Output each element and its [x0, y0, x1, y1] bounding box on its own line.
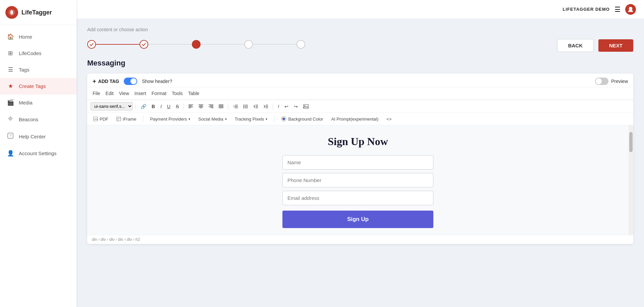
add-tag-button[interactable]: + ADD TAG — [93, 78, 119, 85]
sidebar-item-home[interactable]: 🏠 Home — [0, 29, 76, 45]
toolbar-image[interactable] — [301, 102, 311, 111]
menu-format[interactable]: Format — [150, 89, 168, 97]
step-5 — [297, 40, 305, 49]
toolbar-unordered-list[interactable] — [241, 103, 250, 110]
toolbar-align-left[interactable] — [186, 103, 195, 110]
account-settings-icon: 👤 — [7, 150, 14, 157]
toolbar-italic[interactable]: I — [158, 102, 164, 111]
scrollbar-thumb — [629, 132, 633, 152]
divider-5 — [143, 116, 143, 122]
email-field[interactable] — [282, 191, 433, 205]
topbar-menu-icon[interactable]: ☰ — [614, 5, 621, 13]
phone-field[interactable] — [282, 173, 433, 187]
sidebar-item-beacons[interactable]: Beacons — [0, 111, 76, 128]
topbar-title: LIFETAGGER DEMO — [563, 7, 610, 12]
menu-edit[interactable]: Edit — [104, 89, 116, 97]
menu-view[interactable]: View — [117, 89, 131, 97]
preview-toggle[interactable] — [595, 78, 608, 85]
sidebar-item-help-center-label: Help Center — [19, 134, 46, 139]
step-4 — [244, 40, 253, 49]
toolbar-indent[interactable] — [261, 103, 270, 110]
menu-file[interactable]: File — [91, 89, 102, 97]
sidebar-item-lifecodes-label: LifeCodes — [19, 50, 42, 56]
toolbar2-payment-providers[interactable]: Payment Providers ▾ — [147, 115, 193, 123]
tags-icon: ☰ — [7, 66, 14, 73]
editor-content-wrapper: Sign Up Now Sign Up — [87, 125, 633, 235]
show-header-toggle[interactable] — [124, 78, 137, 85]
svg-point-47 — [284, 118, 285, 119]
svg-point-2 — [10, 118, 11, 119]
sidebar-item-account-settings[interactable]: 👤 Account Settings — [0, 145, 76, 162]
font-select[interactable]: ui-sans-serif,s... — [91, 102, 133, 111]
add-tag-label: ADD TAG — [98, 79, 119, 84]
sign-up-button[interactable]: Sign Up — [282, 211, 433, 228]
toolbar-strikethrough[interactable]: S — [174, 102, 181, 111]
divider-1 — [136, 103, 136, 110]
main-area: LIFETAGGER DEMO ☰ Add content or choose … — [76, 0, 644, 307]
content-area: Add content or choose action — [76, 19, 644, 307]
sidebar: LifeTagger 🏠 Home ⊞ LifeCodes ☰ Tags ★ C… — [0, 0, 76, 307]
preview-toggle-knob — [596, 78, 602, 84]
toolbar2-ai-prompt[interactable]: AI Prompt(experimental) — [328, 115, 381, 123]
menu-table[interactable]: Table — [186, 89, 201, 97]
toolbar-bold[interactable]: B — [150, 102, 157, 111]
editor-scrollbar[interactable] — [629, 125, 633, 235]
step-circle-3 — [192, 40, 201, 49]
svg-rect-41 — [117, 117, 121, 121]
topbar: LIFETAGGER DEMO ☰ — [76, 0, 644, 19]
progress-stepper — [87, 40, 305, 49]
toolbar2-pdf[interactable]: PDF PDF — [91, 115, 111, 123]
toolbar-ordered-list[interactable]: 1. — [231, 103, 240, 110]
toolbar2-background-color[interactable]: Background Color — [278, 115, 326, 123]
toolbar-redo[interactable]: ↪ — [292, 102, 300, 111]
menu-insert[interactable]: Insert — [132, 89, 148, 97]
home-icon: 🏠 — [7, 33, 14, 40]
toolbar2-code[interactable]: <> — [384, 115, 394, 123]
next-button[interactable]: NEXT — [598, 39, 633, 52]
media-icon: 🎬 — [7, 99, 14, 106]
back-button[interactable]: BACK — [557, 39, 594, 52]
sidebar-item-create-tags[interactable]: ★ Create Tags — [0, 78, 76, 94]
sidebar-logo: LifeTagger — [0, 0, 76, 25]
step-line-1 — [96, 44, 140, 45]
svg-point-48 — [283, 120, 284, 121]
toolbar-undo[interactable]: ↩ — [282, 102, 290, 111]
sidebar-item-media[interactable]: 🎬 Media — [0, 94, 76, 111]
menu-tools[interactable]: Tools — [170, 89, 185, 97]
toolbar-align-justify[interactable] — [217, 103, 225, 110]
divider-4 — [273, 103, 273, 110]
svg-point-46 — [282, 118, 283, 119]
preview-row: Preview — [595, 78, 628, 85]
toolbar-underline[interactable]: U — [165, 102, 172, 111]
toolbar-link[interactable]: 🔗 — [139, 102, 148, 111]
editor-content: Sign Up Now Sign Up — [87, 125, 629, 235]
preview-label: Preview — [611, 79, 628, 84]
toolbar-align-right[interactable] — [207, 103, 215, 110]
add-tag-row: + ADD TAG Show header? Preview — [87, 74, 633, 87]
help-center-icon: ? — [7, 133, 14, 140]
sidebar-item-media-label: Media — [19, 100, 33, 105]
sidebar-item-tags-label: Tags — [19, 67, 30, 73]
editor-breadcrumb: div › div › div › div › div › h2 — [87, 235, 633, 244]
sidebar-item-lifecodes[interactable]: ⊞ LifeCodes — [0, 45, 76, 61]
toolbar-outdent[interactable] — [251, 103, 260, 110]
sidebar-item-create-tags-label: Create Tags — [19, 83, 46, 89]
toolbar-format-italic[interactable]: I — [276, 102, 281, 110]
sidebar-item-help-center[interactable]: ? Help Center — [0, 128, 76, 145]
action-buttons: BACK NEXT — [557, 39, 633, 52]
svg-rect-37 — [304, 104, 308, 108]
divider-2 — [183, 103, 184, 110]
show-header-label: Show header? — [142, 79, 172, 84]
topbar-user-icon[interactable] — [625, 4, 636, 15]
sidebar-item-tags[interactable]: ☰ Tags — [0, 61, 76, 78]
toggle-knob — [130, 78, 137, 84]
toolbar-align-center[interactable] — [197, 103, 205, 110]
toolbar2-iframe[interactable]: iFrame — [114, 115, 139, 123]
svg-point-25 — [244, 104, 245, 105]
step-line-4 — [253, 44, 297, 45]
toolbar2-social-media[interactable]: Social Media ▾ — [196, 115, 229, 123]
name-field[interactable] — [282, 155, 433, 170]
step-circle-2 — [140, 40, 148, 49]
plus-icon: + — [93, 78, 96, 85]
toolbar2-tracking-pixels[interactable]: Tracking Pixels ▾ — [232, 115, 270, 123]
